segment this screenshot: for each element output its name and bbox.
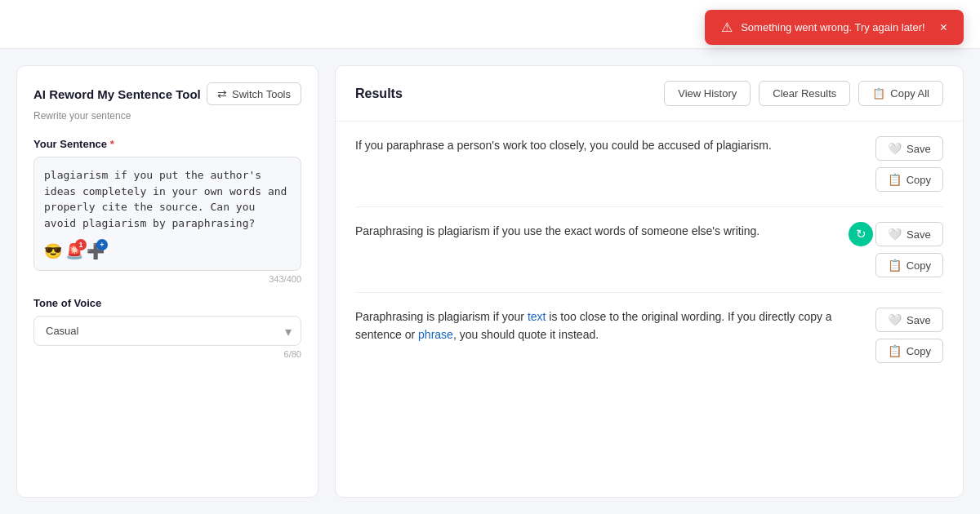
emoji-alert-button[interactable]: 🚨 1 <box>65 242 83 260</box>
copy-icon-3: 📋 <box>888 344 902 357</box>
results-title: Results <box>355 86 403 101</box>
results-list: If you paraphrase a person's work too cl… <box>336 122 963 497</box>
emoji-cool-button[interactable]: 😎 <box>44 242 62 260</box>
result-text-1: If you paraphrase a person's work too cl… <box>355 136 862 154</box>
emoji-row: 😎 🚨 1 ➕ + <box>44 242 291 260</box>
result-actions-3: 🤍 Save 📋 Copy <box>875 308 943 363</box>
sentence-textarea[interactable]: plagiarism if you put the author's ideas… <box>44 167 291 233</box>
alert-badge: 1 <box>75 239 87 250</box>
result-actions-1: 🤍 Save 📋 Copy <box>875 136 943 192</box>
main-content: AI Reword My Sentence Tool ⇄ Switch Tool… <box>0 49 980 514</box>
copy-button-3[interactable]: 📋 Copy <box>875 339 943 363</box>
save-label-2: Save <box>906 228 931 241</box>
tone-select-wrapper: Casual Formal Professional Friendly <box>33 316 301 346</box>
copy-label-3: Copy <box>906 345 931 357</box>
save-button-2[interactable]: 🤍 Save <box>875 222 943 246</box>
highlight-text-1: text <box>528 310 546 323</box>
copy-all-icon: 📋 <box>872 87 885 100</box>
right-panel: Results View History Clear Results 📋 Cop… <box>335 65 964 498</box>
toast-notification: ⚠ Something went wrong. Try again later!… <box>705 10 964 45</box>
results-header: Results View History Clear Results 📋 Cop… <box>336 66 963 122</box>
tool-title: AI Reword My Sentence Tool <box>33 87 201 101</box>
result-item-1: If you paraphrase a person's work too cl… <box>355 122 943 207</box>
emoji-add-button[interactable]: ➕ + <box>87 242 105 260</box>
toast-message: Something went wrong. Try again later! <box>741 21 924 33</box>
switch-tools-button[interactable]: ⇄ Switch Tools <box>207 82 301 105</box>
heart-icon-3: 🤍 <box>888 313 902 326</box>
toast-warning-icon: ⚠ <box>721 20 733 35</box>
copy-icon-2: 📋 <box>888 259 902 272</box>
switch-tools-label: Switch Tools <box>232 88 291 100</box>
copy-icon-1: 📋 <box>888 173 902 186</box>
switch-icon: ⇄ <box>217 87 227 100</box>
result-actions-2: ↻ 🤍 Save 📋 Copy <box>875 222 943 277</box>
copy-button-1[interactable]: 📋 Copy <box>875 167 943 192</box>
left-panel-header: AI Reword My Sentence Tool ⇄ Switch Tool… <box>33 82 301 105</box>
tone-field-label: Tone of Voice <box>33 297 301 309</box>
clear-results-button[interactable]: Clear Results <box>759 81 850 106</box>
tone-char-count: 6/80 <box>33 349 301 359</box>
copy-label-2: Copy <box>906 259 931 272</box>
save-button-3[interactable]: 🤍 Save <box>875 308 943 332</box>
copy-label-1: Copy <box>906 174 931 186</box>
view-history-button[interactable]: View History <box>664 81 751 106</box>
save-label-1: Save <box>906 143 931 155</box>
save-label-3: Save <box>906 314 931 326</box>
sentence-field-label: Your Sentence * <box>33 138 301 150</box>
result-text-2: Paraphrasing is plagiarism if you use th… <box>355 222 862 240</box>
result-item-2: Paraphrasing is plagiarism if you use th… <box>355 207 943 293</box>
tool-subtitle: Rewrite your sentence <box>33 110 301 122</box>
copy-button-2[interactable]: 📋 Copy <box>875 253 943 277</box>
toast-close-button[interactable]: × <box>940 21 947 34</box>
save-button-1[interactable]: 🤍 Save <box>875 136 943 161</box>
copy-all-button[interactable]: 📋 Copy All <box>858 81 943 106</box>
left-panel: AI Reword My Sentence Tool ⇄ Switch Tool… <box>16 65 318 498</box>
heart-icon-1: 🤍 <box>888 142 902 155</box>
heart-icon-2: 🤍 <box>888 228 902 241</box>
copy-all-label: Copy All <box>890 87 929 100</box>
tone-select[interactable]: Casual Formal Professional Friendly <box>33 316 301 346</box>
result-text-3: Paraphrasing is plagiarism if your text … <box>355 308 862 344</box>
results-actions: View History Clear Results 📋 Copy All <box>664 81 943 106</box>
add-badge: + <box>96 239 108 250</box>
sentence-textarea-wrapper: plagiarism if you put the author's ideas… <box>33 157 301 271</box>
reload-button-2[interactable]: ↻ <box>849 222 873 246</box>
result-item-3: Paraphrasing is plagiarism if your text … <box>355 293 943 378</box>
highlight-text-2: phrase <box>418 328 453 341</box>
sentence-char-count: 343/400 <box>33 274 301 284</box>
required-star: * <box>110 138 114 150</box>
